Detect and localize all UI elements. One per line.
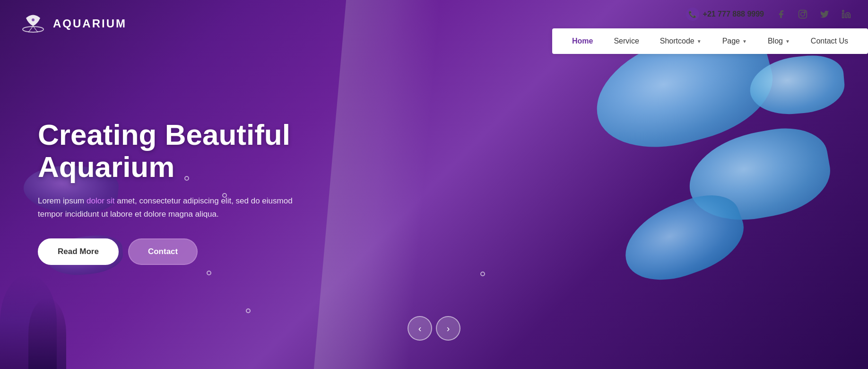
nav-home[interactable]: Home: [562, 28, 603, 54]
nav-shortcode[interactable]: Shortcode ▼: [650, 28, 712, 54]
page-dropdown-arrow: ▼: [742, 39, 747, 44]
logo-text: AQUARIUM: [53, 17, 127, 30]
instagram-icon[interactable]: [795, 7, 810, 22]
svg-point-1: [32, 18, 35, 21]
logo-icon: [19, 9, 47, 38]
hero-description: Lorem ipsum dolor sit amet, consectetur …: [38, 194, 312, 220]
phone-number: +21 777 888 9999: [703, 10, 764, 18]
contact-button[interactable]: Contact: [128, 238, 198, 265]
svg-rect-5: [842, 13, 844, 18]
slider-next-button[interactable]: ›: [436, 316, 460, 341]
shortcode-dropdown-arrow: ▼: [697, 39, 702, 44]
navbar: Home Service Shortcode ▼ Page ▼ Blog ▼: [552, 28, 868, 54]
facebook-icon[interactable]: [773, 7, 789, 22]
top-bar: 📞 +21 777 888 9999: [672, 0, 868, 28]
dot-5: [246, 308, 251, 313]
social-icons: [773, 7, 854, 22]
slider-prev-button[interactable]: ‹: [408, 316, 432, 341]
dot-4: [480, 272, 485, 276]
svg-point-4: [804, 11, 806, 13]
phone-icon: 📞: [686, 8, 699, 21]
svg-point-6: [842, 10, 844, 12]
nav-blog[interactable]: Blog ▼: [757, 28, 800, 54]
dot-3: [207, 271, 211, 275]
svg-point-0: [23, 26, 43, 32]
logo-area: AQUARIUM: [0, 0, 146, 47]
fish-3: [614, 184, 754, 293]
slider-controls: ‹ ›: [408, 316, 460, 341]
plant-left2: [28, 298, 66, 369]
top-right: 📞 +21 777 888 9999: [552, 0, 868, 54]
phone-area: 📞 +21 777 888 9999: [686, 8, 764, 21]
hero-buttons: Read More Contact: [38, 238, 345, 265]
hero-title: Creating Beautiful Aquarium: [38, 119, 345, 183]
linkedin-icon[interactable]: [839, 7, 854, 22]
nav-contact[interactable]: Contact Us: [800, 28, 859, 54]
blog-dropdown-arrow: ▼: [785, 39, 790, 44]
header: AQUARIUM 📞 +21 777 888 9999: [0, 0, 868, 47]
read-more-button[interactable]: Read More: [38, 238, 119, 265]
twitter-icon[interactable]: [817, 7, 832, 22]
hero-section: AQUARIUM 📞 +21 777 888 9999: [0, 0, 868, 369]
nav-service[interactable]: Service: [603, 28, 649, 54]
svg-point-3: [801, 12, 805, 16]
nav-page[interactable]: Page ▼: [712, 28, 757, 54]
hero-content: Creating Beautiful Aquarium Lorem ipsum …: [38, 119, 345, 265]
